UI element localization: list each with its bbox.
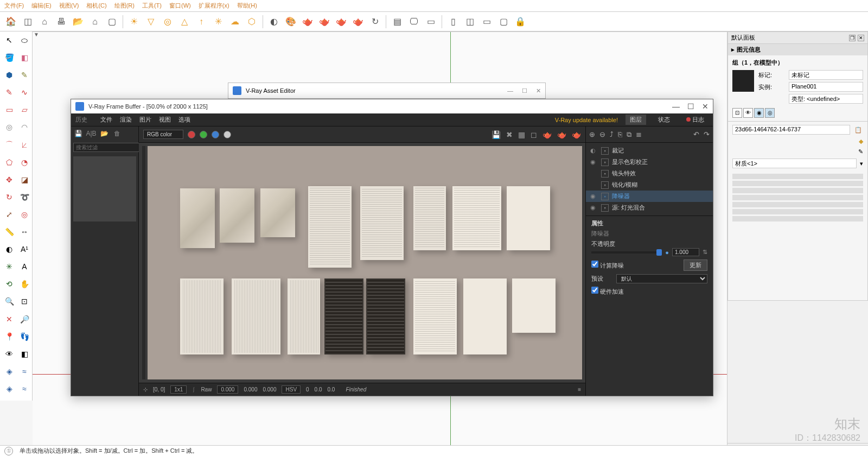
menu-window[interactable]: 窗口(W) <box>169 2 191 10</box>
delete-icon[interactable]: 🗑 <box>112 129 122 138</box>
tab-log[interactable]: 日志 <box>682 115 709 125</box>
pushpull-icon[interactable]: ◪ <box>17 173 31 186</box>
update-button[interactable]: 更新 <box>684 259 707 271</box>
home-icon[interactable]: 🏠 <box>3 14 18 29</box>
channel-green-icon[interactable] <box>200 131 207 138</box>
walk-icon[interactable]: 👣 <box>17 330 31 343</box>
arrow-icon[interactable]: ↑ <box>194 14 209 29</box>
layer-item[interactable]: ◐▫裁记 <box>586 145 713 156</box>
window4-icon[interactable]: ▢ <box>496 14 511 29</box>
pan-icon[interactable]: ✋ <box>17 277 31 290</box>
monitor-icon[interactable]: 🖵 <box>406 14 422 29</box>
toggle2-icon[interactable]: 👁 <box>743 108 753 118</box>
pencil-icon[interactable]: ✎ <box>2 86 16 99</box>
material-field[interactable]: 材质<1> <box>732 159 857 168</box>
house-icon[interactable]: ⌂ <box>37 14 52 29</box>
curve-icon[interactable]: ∿ <box>17 86 31 99</box>
vfb-window[interactable]: V-Ray Frame Buffer - [50.0% of 2000 x 11… <box>71 99 713 396</box>
menu-camera[interactable]: 相机(C) <box>86 2 106 10</box>
slider-knob-icon[interactable] <box>656 249 662 256</box>
panel-title-bar[interactable]: 默认面板 ❐ ✕ <box>727 31 868 44</box>
tab-state[interactable]: 状态 <box>654 115 674 125</box>
curve-icon[interactable]: ⎰ <box>192 387 195 392</box>
window1-icon[interactable]: ▯ <box>445 14 461 29</box>
teapot3-icon[interactable]: 🫖 <box>334 14 349 29</box>
close-icon[interactable]: ✕ <box>536 87 541 94</box>
paint-icon[interactable]: 🪣 <box>2 51 16 64</box>
load-icon[interactable]: 📂 <box>99 129 109 138</box>
hsv-label[interactable]: HSV <box>282 385 301 394</box>
clear-icon[interactable]: ✖ <box>506 130 513 139</box>
arc-red-icon[interactable]: ⌒ <box>2 138 16 151</box>
vfb-menu-view[interactable]: 视图 <box>159 116 171 124</box>
lasso-icon[interactable]: ⬭ <box>17 34 31 47</box>
scale-icon[interactable]: ⤢ <box>2 208 16 221</box>
update-notice[interactable]: V-Ray update available! <box>555 117 618 123</box>
look-icon[interactable]: 👁 <box>2 347 16 360</box>
outline-icon[interactable]: ⌂ <box>87 14 103 29</box>
maximize-icon[interactable]: ☐ <box>522 87 527 94</box>
menu-edit[interactable]: 编辑(E) <box>31 2 52 10</box>
picker-icon[interactable]: ⊹ <box>143 387 148 392</box>
layer-dup-icon[interactable]: ⎘ <box>618 130 622 138</box>
layer-add-icon[interactable]: ⊕ <box>589 130 595 138</box>
rect2-icon[interactable]: ▱ <box>17 103 31 116</box>
zoom-window-icon[interactable]: ⊡ <box>17 295 31 308</box>
panel-pin-icon[interactable]: ❐ <box>849 35 856 41</box>
orbit-icon[interactable]: ⟲ <box>2 277 16 290</box>
follow-icon[interactable]: ➰ <box>17 191 31 204</box>
box-icon[interactable]: ⬡ <box>244 14 259 29</box>
info-icon[interactable]: ① <box>4 447 13 455</box>
minimize-icon[interactable]: — <box>507 87 513 94</box>
3dtext-icon[interactable]: A <box>17 260 31 273</box>
zoom-extents-icon[interactable]: ✕ <box>2 313 16 326</box>
menu-view[interactable]: 视图(V) <box>59 2 79 10</box>
save-icon[interactable]: 💾 <box>73 129 83 138</box>
zoom-sel-icon[interactable]: 🔎 <box>17 313 31 326</box>
layer-list-icon[interactable]: ≣ <box>636 130 642 138</box>
hw-checkbox[interactable] <box>591 287 598 294</box>
history-search-input[interactable] <box>73 143 148 152</box>
compare-icon[interactable]: A|B <box>86 129 96 138</box>
screen-icon[interactable]: ▤ <box>390 14 405 29</box>
opacity-value[interactable]: 1.000 <box>672 248 699 256</box>
face-icon[interactable]: ▢ <box>104 14 119 29</box>
layers-blue-icon[interactable]: ◈ <box>2 365 16 378</box>
interactive-icon[interactable]: 🫖 <box>557 130 566 139</box>
teapot4-icon[interactable]: 🫖 <box>350 14 366 29</box>
arc2-icon[interactable]: ⟀ <box>17 138 31 151</box>
layer-up-icon[interactable]: ⤴ <box>610 130 614 138</box>
guid-field[interactable]: 23d66-1464762-14-6737 <box>732 125 850 135</box>
vfb-menu-file[interactable]: 文件 <box>100 116 112 124</box>
vray-icon[interactable]: ◐ <box>266 14 282 29</box>
teapot2-icon[interactable]: 🫖 <box>317 14 332 29</box>
lock-icon[interactable]: 🔒 <box>513 14 528 29</box>
list-row[interactable] <box>732 202 863 207</box>
render-canvas[interactable] <box>148 146 582 379</box>
type-field[interactable]: 类型: <undefined> <box>789 94 863 104</box>
layer-item[interactable]: ▫锐化/模糊 <box>586 179 713 191</box>
refresh-icon[interactable]: ↻ <box>367 14 382 29</box>
inst-field[interactable]: Plane001 <box>789 82 863 92</box>
offset-icon[interactable]: ◎ <box>17 208 31 221</box>
material-dropdown-icon[interactable]: ▾ <box>860 160 863 167</box>
tag-field[interactable]: 未标记 <box>789 70 863 80</box>
entity-thumbnail[interactable] <box>732 70 754 92</box>
save-image-icon[interactable]: 💾 <box>492 130 501 139</box>
circle-icon[interactable]: ◎ <box>160 14 175 29</box>
compute-checkbox-label[interactable]: 计算降噪 <box>591 261 624 270</box>
light-icon[interactable]: ✳ <box>210 14 226 29</box>
tab-layers[interactable]: 图层 <box>626 115 646 125</box>
channel-red-icon[interactable] <box>188 131 195 138</box>
rotate-icon[interactable]: ↻ <box>2 191 16 204</box>
menu-tools[interactable]: 工具(T) <box>142 2 162 10</box>
perspective-icon[interactable]: ▽ <box>143 14 158 29</box>
layer-item[interactable]: ◉▫显示色彩校正 <box>586 156 713 168</box>
dimension-icon[interactable]: ↔ <box>17 225 31 238</box>
compute-checkbox[interactable] <box>591 261 598 268</box>
sun-icon[interactable]: ☀ <box>126 14 142 29</box>
menu-ext[interactable]: 扩展程序(x) <box>199 2 229 10</box>
cube-icon[interactable]: ◫ <box>20 14 35 29</box>
zoom-level[interactable]: 1x1 <box>170 385 187 394</box>
layer-item[interactable]: ◉▫源: 灯光混合 <box>586 202 713 213</box>
